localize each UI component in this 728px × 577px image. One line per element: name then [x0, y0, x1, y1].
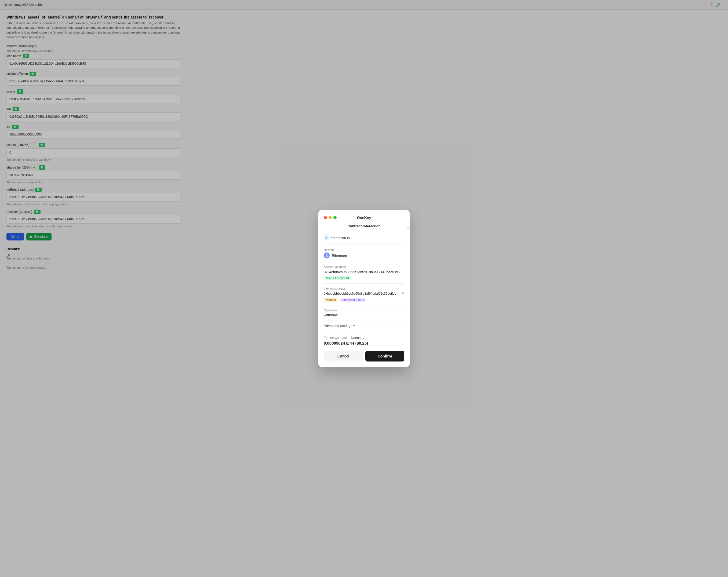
modal-section-title: Contract Interaction — [324, 224, 404, 228]
account-row: Account address 0x24cfbfb2a9b85f2fe5dbf2… — [324, 265, 404, 277]
traffic-lights — [324, 216, 337, 219]
onekey-modal: OneKey × Contract Interaction e ethersca… — [318, 210, 410, 277]
traffic-light-green[interactable] — [333, 216, 337, 219]
origin-icon: e — [324, 235, 329, 240]
account-badge: Main / Account #1 — [324, 276, 352, 277]
network-icon: Ξ — [324, 253, 330, 258]
network-label: Network — [324, 248, 404, 252]
account-address: 0x24cfbfb2a9b85f2fe5dbf2318b5a12140becc8… — [324, 269, 404, 275]
divider-1 — [324, 262, 404, 262]
account-label: Account address — [324, 265, 404, 268]
modal-titlebar: OneKey — [324, 215, 404, 220]
network-value: Ethereum — [332, 254, 347, 258]
modal-overlay: OneKey × Contract Interaction e ethersca… — [0, 0, 728, 277]
modal-app-title: OneKey — [357, 215, 371, 220]
origin-text: etherscan.io — [331, 236, 350, 240]
traffic-light-yellow[interactable] — [329, 216, 332, 219]
origin-row: e etherscan.io — [324, 235, 404, 244]
modal-close-btn[interactable]: × — [407, 226, 410, 230]
traffic-light-red[interactable] — [324, 216, 327, 219]
network-row: Network Ξ Ethereum — [324, 248, 404, 258]
